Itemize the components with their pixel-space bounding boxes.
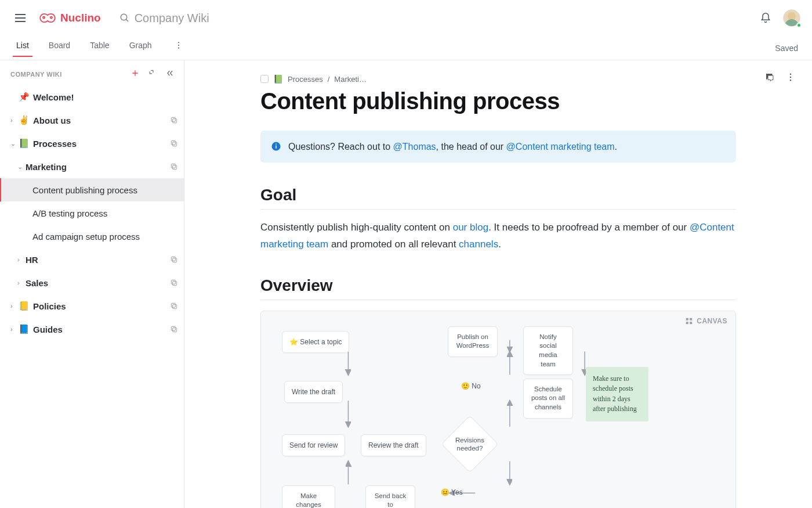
mention-content-team[interactable]: @Content marketing team [506,142,615,152]
page-title[interactable]: Content publishing process [260,88,736,114]
sidebar-item-hr[interactable]: › HR [0,248,184,271]
link-channels[interactable]: channels [459,239,498,250]
breadcrumb-checkbox[interactable] [260,75,269,83]
svg-rect-9 [171,164,175,168]
svg-rect-12 [173,282,177,286]
notifications-button[interactable] [755,8,776,28]
doc-more-button[interactable] [785,72,796,85]
svg-rect-13 [171,280,175,284]
logo-icon [38,11,57,25]
tab-list[interactable]: List [16,41,29,57]
chevron-down-icon: ⌄ [10,140,16,147]
sidebar: COMPANY WIKI ▾📌 Welcome! › ✌️ [0,60,184,508]
logo-text: Nuclino [60,12,101,24]
canvas-node-topic[interactable]: ⭐ Select a topic [282,331,349,353]
svg-rect-6 [173,142,177,146]
svg-rect-16 [173,328,177,332]
sidebar-item-sales[interactable]: › Sales [0,271,184,294]
sidebar-item-guides[interactable]: › 📘 Guides [0,318,184,341]
info-icon [271,141,281,152]
tabs-more-button[interactable] [172,41,186,57]
copy-icon [170,255,178,264]
comments-button[interactable] [764,72,775,85]
svg-point-19 [790,77,791,78]
plus-icon [130,69,140,78]
svg-rect-15 [171,303,175,307]
svg-point-18 [790,74,791,75]
copy-icon [170,139,178,147]
mention-thomas[interactable]: @Thomas [393,142,436,152]
sidebar-item-ab-testing[interactable]: A/B testing process [0,201,184,225]
save-status: Saved [775,44,798,53]
search-input[interactable]: Company Wiki [119,12,209,25]
chevron-right-icon: › [10,117,16,124]
canvas-block[interactable]: CANVAS [260,311,736,508]
copy-icon [170,163,178,171]
svg-rect-8 [173,165,177,170]
svg-rect-11 [171,257,175,261]
heading-overview[interactable]: Overview [260,276,736,295]
svg-rect-7 [171,140,175,145]
canvas-node-sendback[interactable]: Send back to [365,485,415,508]
copy-icon [170,279,178,287]
sidebar-item-content-publishing[interactable]: Content publishing process [0,178,184,201]
sidebar-item-policies[interactable]: › 📒 Policies [0,294,184,318]
divider [260,300,736,300]
bell-icon [760,12,771,24]
canvas-node-send-review[interactable]: Send for review [282,434,345,456]
new-item-button[interactable] [130,69,140,80]
tab-graph[interactable]: Graph [129,41,152,57]
canvas-node-notify[interactable]: Notify social media team [523,326,573,375]
svg-point-2 [177,44,179,45]
sidebar-item-welcome[interactable]: ▾📌 Welcome! [0,85,184,109]
expand-icon [148,69,157,78]
sidebar-item-marketing[interactable]: ⌄ Marketing [0,155,184,178]
canvas-node-changes[interactable]: Make changes [282,485,335,508]
svg-rect-4 [173,119,177,123]
svg-rect-23 [276,144,277,145]
expand-button[interactable] [148,69,157,80]
canvas-edge-yes: 😐 Yes [441,488,463,496]
canvas-sticky-note[interactable]: Make sure to schedule posts within 2 day… [586,367,648,421]
tab-board[interactable]: Board [49,41,70,57]
search-placeholder: Company Wiki [135,12,209,25]
tab-table[interactable]: Table [90,41,109,57]
canvas-node-publish[interactable]: Publish on WordPress [448,326,498,357]
chevron-right-icon: › [17,279,23,286]
sidebar-item-processes[interactable]: ⌄ 📗 Processes [0,132,184,155]
search-icon [119,13,130,23]
account-avatar[interactable] [776,9,800,27]
svg-point-3 [177,47,179,48]
svg-rect-5 [171,117,175,121]
chevron-right-icon: › [10,302,16,309]
pin-icon: 📌 [19,92,30,102]
collapse-sidebar-button[interactable] [165,69,175,80]
heading-goal[interactable]: Goal [260,186,736,204]
breadcrumb[interactable]: 📗 Processes / Marketi… [260,74,736,84]
canvas-node-schedule[interactable]: Schedule posts on all channels [523,379,573,419]
canvas-node-draft[interactable]: Write the draft [284,381,343,403]
chevron-right-icon: › [17,256,23,263]
svg-point-1 [177,42,179,43]
svg-point-0 [121,14,127,20]
sidebar-item-ad-campaign[interactable]: Ad campaign setup process [0,225,184,248]
link-our-blog[interactable]: our blog [453,222,488,233]
sidebar-item-about[interactable]: › ✌️ About us [0,109,184,132]
svg-rect-14 [173,305,177,309]
copy-icon [170,302,178,310]
goal-paragraph[interactable]: Consistently publish high-quality conten… [260,219,736,253]
svg-point-20 [790,80,791,81]
svg-rect-10 [173,258,177,262]
menu-button[interactable] [12,9,29,27]
info-callout: Questions? Reach out to @Thomas, the hea… [260,131,736,163]
copy-icon [170,116,178,124]
canvas-node-revisions[interactable]: Revisions needed? [449,424,490,464]
workspace-title: COMPANY WIKI [10,71,62,78]
kebab-icon [174,41,183,50]
canvas-node-review[interactable]: Review the draft [361,434,426,456]
app-logo[interactable]: Nuclino [38,11,101,25]
svg-rect-22 [276,146,277,149]
divider [260,209,736,210]
comments-icon [764,72,775,82]
chevron-right-icon: › [10,326,16,333]
